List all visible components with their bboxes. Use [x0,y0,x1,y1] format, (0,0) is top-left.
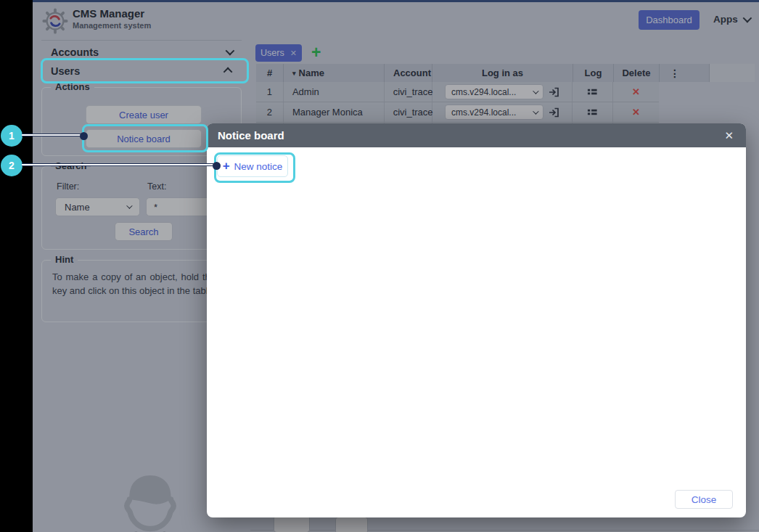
annotation-dot-2 [213,162,221,170]
screenshot-stage: CMS Manager Management system Dashboard … [0,0,759,532]
annotation-badge-1: 1 [1,125,22,147]
notice-board-dialog: Notice board ✕ + New notice Close [207,123,746,517]
new-notice-button[interactable]: + New notice [217,155,288,177]
annotation-line-1 [22,134,83,136]
annotation-badge-2: 2 [1,155,22,176]
dialog-header: Notice board ✕ [207,123,746,147]
dialog-title: Notice board [218,129,284,142]
dialog-close-icon[interactable]: ✕ [724,129,734,142]
new-notice-label: New notice [234,161,283,172]
dialog-close-button[interactable]: Close [675,490,733,509]
plus-icon: + [223,160,230,172]
annotation-line-2 [22,163,215,166]
annotation-dot-1 [80,132,88,140]
